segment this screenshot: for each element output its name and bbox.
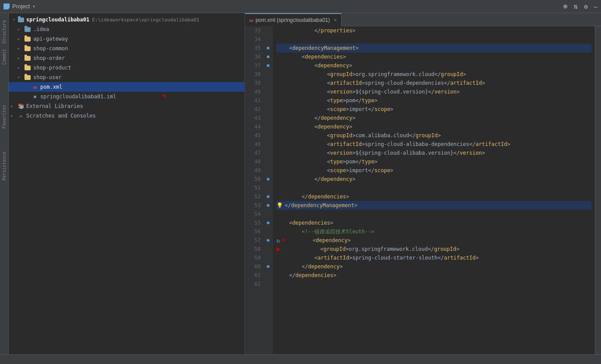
iml-label: springcloudalibaba01.iml bbox=[40, 94, 116, 100]
tab-maven-icon: m bbox=[249, 17, 253, 23]
minimize-icon[interactable]: — bbox=[594, 3, 598, 10]
title-bar-left: Project ▾ bbox=[3, 3, 35, 10]
title-project-label[interactable]: Project bbox=[12, 3, 30, 10]
title-bar-actions: ⊕ ⇅ ⚙ — bbox=[563, 2, 598, 10]
shop-order-arrow: ▸ bbox=[17, 56, 24, 60]
code-line-36: <dependencies> bbox=[276, 52, 591, 61]
shop-product-label: shop-product bbox=[33, 65, 71, 71]
code-line-40: <version>${spring-cloud.version}</versio… bbox=[276, 87, 591, 96]
code-line-60: </dependency> bbox=[276, 262, 591, 271]
idea-label: .idea bbox=[33, 26, 49, 32]
iml-icon: ■ bbox=[31, 93, 38, 100]
sync-icon[interactable]: ⇅ bbox=[573, 2, 578, 10]
code-line-51 bbox=[276, 184, 591, 192]
code-line-42: <scope>import</scope> bbox=[276, 105, 591, 114]
tree-root-item[interactable]: ▾ springcloudalibaba01 E:\ideaworkspace\… bbox=[9, 15, 245, 24]
code-line-35: <dependencyManagement> bbox=[276, 44, 591, 52]
tab-close-button[interactable]: × bbox=[334, 17, 337, 23]
favorites-panel-label[interactable]: Favorites bbox=[1, 102, 7, 131]
shop-product-arrow: ▸ bbox=[17, 66, 24, 70]
code-line-56: <!--链路追踪技术Sleuth--> bbox=[276, 227, 591, 236]
pom-xml-icon: m bbox=[31, 83, 38, 90]
sidebar-item-idea[interactable]: ▸ .idea bbox=[9, 24, 245, 34]
project-tree: ▾ springcloudalibaba01 E:\ideaworkspace\… bbox=[9, 13, 245, 354]
code-line-55: <dependencies> bbox=[276, 218, 591, 227]
sidebar-item-ext-lib[interactable]: ▸ 📚 External Libraries bbox=[9, 101, 245, 111]
sidebar-item-shop-common[interactable]: ▸ shop-common bbox=[9, 44, 245, 53]
commit-panel-label[interactable]: Commit bbox=[1, 46, 7, 67]
sidebar-item-scratches[interactable]: ▸ ✏ Scratches and Consoles bbox=[9, 111, 245, 121]
tab-bar: m pom.xml (springcloudalibaba01) × bbox=[245, 13, 601, 26]
main-area: Structure Commit Favorites Persistence ▾… bbox=[0, 13, 601, 354]
shop-user-arrow: ▾ bbox=[17, 75, 24, 80]
code-line-37: <dependency> bbox=[276, 61, 591, 70]
ext-lib-icon: 📚 bbox=[17, 103, 24, 110]
shop-common-icon bbox=[24, 45, 31, 52]
ext-lib-arrow: ▸ bbox=[10, 104, 17, 108]
code-line-50: </dependency> bbox=[276, 175, 591, 184]
shop-order-label: shop-order bbox=[33, 55, 65, 61]
code-line-41: <type>pom</type> bbox=[276, 96, 591, 105]
scratches-label: Scratches and Consoles bbox=[26, 113, 96, 119]
scratches-icon: ✏ bbox=[17, 112, 24, 119]
code-line-54 bbox=[276, 210, 591, 218]
shop-user-label: shop-user bbox=[33, 74, 62, 80]
code-content[interactable]: </properties> <dependencyManagement> <de… bbox=[273, 26, 595, 354]
editor-area: m pom.xml (springcloudalibaba01) × 33 34… bbox=[245, 13, 601, 354]
api-gateway-icon bbox=[24, 35, 31, 42]
settings-icon[interactable]: ⚙ bbox=[584, 3, 587, 10]
red-arrow-iml: ◥ bbox=[162, 93, 166, 100]
code-line-39: <artifactId>spring-cloud-dependencies</a… bbox=[276, 79, 591, 87]
api-gateway-arrow: ▸ bbox=[17, 37, 24, 41]
shop-order-icon bbox=[24, 55, 31, 62]
pom-xml-label: pom.xml bbox=[40, 84, 63, 90]
code-line-44: <dependency> bbox=[276, 122, 591, 131]
code-line-48: <type>pom</type> bbox=[276, 157, 591, 166]
project-icon bbox=[3, 3, 10, 10]
code-line-45: <groupId>com.alibaba.cloud</groupId> bbox=[276, 131, 591, 140]
status-bar bbox=[0, 354, 601, 364]
code-line-47: <version>${spring-cloud-alibaba.version}… bbox=[276, 149, 591, 157]
sidebar-item-shop-user[interactable]: ▾ shop-user bbox=[9, 73, 245, 82]
code-line-53: 💡</dependencyManagement> bbox=[276, 201, 591, 210]
structure-panel-label[interactable]: Structure bbox=[1, 17, 7, 46]
sidebar-item-pom-xml[interactable]: m pom.xml ◀ bbox=[9, 82, 245, 92]
code-line-43: </dependency> bbox=[276, 114, 591, 122]
shop-user-icon bbox=[24, 74, 31, 81]
sidebar-item-shop-product[interactable]: ▸ shop-product bbox=[9, 63, 245, 73]
idea-folder-icon bbox=[24, 26, 31, 33]
code-line-38: <groupId>org.springframework.cloud</grou… bbox=[276, 70, 591, 79]
shop-common-arrow: ▸ bbox=[17, 46, 24, 51]
shop-common-label: shop-common bbox=[33, 45, 68, 52]
sidebar-item-shop-order[interactable]: ▸ shop-order bbox=[9, 53, 245, 63]
persistence-panel-label[interactable]: Persistence bbox=[1, 149, 7, 183]
shop-product-icon bbox=[24, 64, 31, 71]
tab-filename: pom.xml (springcloudalibaba01) bbox=[255, 17, 330, 23]
scratches-arrow: ▸ bbox=[10, 114, 17, 118]
far-left-panel: Structure Commit Favorites Persistence bbox=[0, 13, 9, 354]
right-scrollbar[interactable] bbox=[595, 26, 601, 354]
code-line-33: </properties> bbox=[276, 26, 591, 35]
sidebar-item-iml[interactable]: ■ springcloudalibaba01.iml ◥ bbox=[9, 92, 245, 101]
code-line-52: </dependencies> bbox=[276, 192, 591, 201]
root-label: springcloudalibaba01 bbox=[26, 17, 90, 23]
code-line-62 bbox=[276, 280, 591, 288]
code-line-49: <scope>import</scope> bbox=[276, 166, 591, 175]
root-folder-icon bbox=[17, 16, 24, 23]
api-gateway-label: api-gateway bbox=[33, 36, 68, 42]
root-arrow: ▾ bbox=[10, 16, 17, 23]
code-line-58: ▶ <groupId>org.springframework.cloud</gr… bbox=[276, 245, 591, 253]
root-path: E:\ideaworkspace\springcloudalibaba01 bbox=[92, 17, 199, 23]
code-line-34 bbox=[276, 35, 591, 44]
code-line-46: <artifactId>spring-cloud-alibaba-depende… bbox=[276, 140, 591, 149]
idea-arrow: ▸ bbox=[17, 27, 24, 31]
sidebar-item-api-gateway[interactable]: ▸ api-gateway bbox=[9, 34, 245, 44]
add-icon[interactable]: ⊕ bbox=[563, 2, 568, 10]
ext-lib-label: External Libraries bbox=[26, 103, 83, 109]
code-line-59: <artifactId>spring-cloud-starter-sleuth<… bbox=[276, 253, 591, 262]
title-dropdown-arrow[interactable]: ▾ bbox=[32, 4, 35, 9]
code-editor: 33 34 35 36 37 38 39 40 41 42 43 44 45 4… bbox=[245, 26, 601, 354]
code-line-57: ↻➤ <dependency> bbox=[276, 236, 591, 245]
project-sidebar: ▾ springcloudalibaba01 E:\ideaworkspace\… bbox=[9, 13, 245, 354]
active-tab[interactable]: m pom.xml (springcloudalibaba01) × bbox=[245, 13, 342, 26]
